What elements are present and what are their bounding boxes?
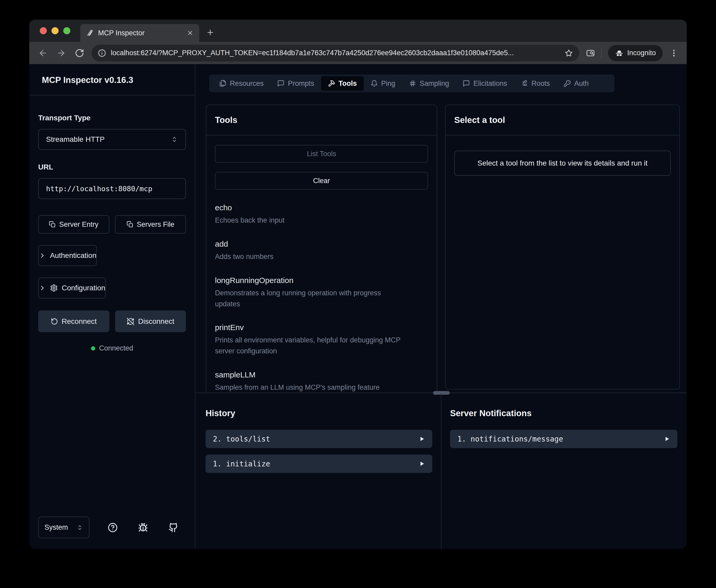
tab-auth[interactable]: Auth xyxy=(557,76,596,91)
chevron-right-icon xyxy=(39,252,46,259)
browser-tabstrip: MCP Inspector xyxy=(29,20,687,42)
close-window-button[interactable] xyxy=(40,27,47,34)
expand-play-icon[interactable] xyxy=(419,461,425,467)
bug-icon[interactable] xyxy=(138,523,148,532)
server-notifications-panel: Server Notifications 1. notifications/me… xyxy=(442,393,687,549)
notification-row[interactable]: 1. notifications/message xyxy=(450,430,677,448)
reconnect-button[interactable]: Reconnect xyxy=(38,311,109,332)
incognito-badge: Incognito xyxy=(608,45,663,61)
reload-icon[interactable] xyxy=(73,46,86,60)
transport-type-value: Streamable HTTP xyxy=(46,135,105,144)
address-bar[interactable]: localhost:6274/?MCP_PROXY_AUTH_TOKEN=ec1… xyxy=(91,45,579,61)
servers-file-button[interactable]: Servers File xyxy=(115,215,186,234)
tool-detail-body: Select a tool from the list to view its … xyxy=(446,135,679,176)
sidebar: MCP Inspector v0.16.3 Transport Type Str… xyxy=(29,64,195,549)
github-icon[interactable] xyxy=(168,523,178,532)
list-tools-button[interactable]: List Tools xyxy=(215,145,428,163)
connection-buttons-row: Reconnect Disconnect xyxy=(38,311,186,332)
connection-status: Connected xyxy=(38,344,186,352)
tab-prompts[interactable]: Prompts xyxy=(270,76,321,91)
tool-list-item[interactable]: printEnv Prints all environment variable… xyxy=(215,323,428,357)
reconnect-label: Reconnect xyxy=(62,317,97,326)
message-icon xyxy=(277,80,284,87)
tab-resources[interactable]: Resources xyxy=(212,76,270,91)
back-icon[interactable] xyxy=(36,46,50,60)
tab-tools[interactable]: Tools xyxy=(321,76,364,91)
history-row[interactable]: 1. initialize xyxy=(205,455,432,473)
site-info-icon[interactable] xyxy=(98,49,106,57)
tab-roots[interactable]: Roots xyxy=(514,76,557,91)
history-row[interactable]: 2. tools/list xyxy=(205,430,432,448)
tool-name: sampleLLM xyxy=(215,370,428,379)
new-tab-button[interactable] xyxy=(204,26,217,39)
minimize-window-button[interactable] xyxy=(51,27,59,34)
copy-buttons-row: Server Entry Servers File xyxy=(38,215,186,234)
authentication-label: Authentication xyxy=(50,251,96,260)
server-entry-button[interactable]: Server Entry xyxy=(38,215,109,234)
hammer-icon xyxy=(328,80,335,87)
refresh-off-icon xyxy=(127,318,134,326)
url-label: URL xyxy=(38,163,186,171)
history-panel: History 2. tools/list 1. initialize xyxy=(195,393,441,549)
history-entry: 2. tools/list xyxy=(213,435,270,443)
message-icon xyxy=(462,80,470,87)
authentication-toggle[interactable]: Authentication xyxy=(38,245,97,266)
tab-label: Elicitations xyxy=(473,80,507,88)
incognito-label: Incognito xyxy=(627,49,656,57)
server-entry-label: Server Entry xyxy=(59,220,98,229)
tab-label: Resources xyxy=(230,80,264,88)
bookmark-star-icon[interactable] xyxy=(565,49,573,57)
tab-label: Sampling xyxy=(420,80,449,88)
tool-description: Echoes back the input xyxy=(215,215,403,226)
tab-elicitations[interactable]: Elicitations xyxy=(456,76,514,91)
key-icon xyxy=(564,80,571,87)
chevrons-up-down-icon xyxy=(77,524,83,531)
help-icon[interactable] xyxy=(108,523,118,532)
tool-list-item[interactable]: longRunningOperation Demonstrates a long… xyxy=(215,276,428,310)
tab-label: Prompts xyxy=(288,80,314,88)
sidebar-footer: System xyxy=(29,517,195,549)
browser-menu-icon[interactable] xyxy=(670,49,678,58)
window-controls xyxy=(40,27,70,34)
tab-label: Auth xyxy=(574,80,589,88)
configuration-toggle[interactable]: Configuration xyxy=(38,277,106,298)
expand-play-icon[interactable] xyxy=(419,436,425,442)
toolbar-separator xyxy=(601,48,602,58)
tool-list-item[interactable]: echo Echoes back the input xyxy=(215,203,428,226)
disconnect-button[interactable]: Disconnect xyxy=(115,311,186,332)
tool-detail-panel: Select a tool Select a tool from the lis… xyxy=(445,105,680,390)
rotate-ccw-icon xyxy=(51,318,58,325)
tab-label: Roots xyxy=(531,80,550,88)
tool-list-item[interactable]: add Adds two numbers xyxy=(215,239,428,262)
connection-status-label: Connected xyxy=(99,344,133,352)
tool-name: printEnv xyxy=(215,323,428,332)
expand-play-icon[interactable] xyxy=(664,436,670,442)
notification-list: 1. notifications/message xyxy=(450,430,677,448)
tab-ping[interactable]: Ping xyxy=(364,76,402,91)
zoom-window-button[interactable] xyxy=(63,27,70,34)
tab-close-icon[interactable] xyxy=(187,29,194,36)
theme-select[interactable]: System xyxy=(38,517,89,538)
files-icon xyxy=(219,80,226,87)
clear-tools-button[interactable]: Clear xyxy=(215,172,428,190)
browser-tab[interactable]: MCP Inspector xyxy=(80,24,199,42)
feature-tabbar: Resources Prompts Tools Ping Sampling xyxy=(209,75,614,92)
incognito-icon xyxy=(615,49,624,58)
tool-list: echo Echoes back the input add Adds two … xyxy=(215,203,428,393)
history-list: 2. tools/list 1. initialize xyxy=(205,430,432,473)
tool-description: Prints all environment variables, helpfu… xyxy=(215,335,403,357)
tab-search-icon[interactable] xyxy=(586,49,595,58)
tool-list-item[interactable]: sampleLLM Samples from an LLM using MCP'… xyxy=(215,370,428,393)
tool-description: Adds two numbers xyxy=(215,251,403,262)
main-content: Resources Prompts Tools Ping Sampling xyxy=(195,64,687,549)
copy-icon xyxy=(49,221,56,228)
history-entry: 1. initialize xyxy=(213,460,270,468)
connected-dot-icon xyxy=(91,346,95,351)
tool-description: Samples from an LLM using MCP's sampling… xyxy=(215,382,403,393)
tree-icon xyxy=(521,80,528,87)
transport-type-select[interactable]: Streamable HTTP xyxy=(38,129,186,150)
server-url-input[interactable]: http://localhost:8080/mcp xyxy=(38,178,186,199)
tab-sampling[interactable]: Sampling xyxy=(402,76,456,91)
forward-icon[interactable] xyxy=(55,46,68,60)
url-text[interactable]: localhost:6274/?MCP_PROXY_AUTH_TOKEN=ec1… xyxy=(111,49,560,57)
